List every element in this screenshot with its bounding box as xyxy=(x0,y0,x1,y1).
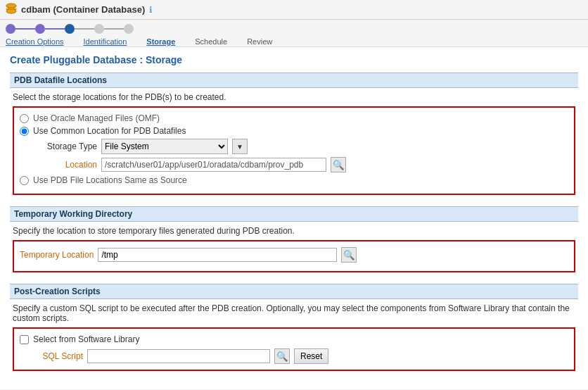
radio-same-source[interactable] xyxy=(20,176,29,185)
checkbox-row-software-library: Select from Software Library xyxy=(20,334,568,344)
wizard-steps xyxy=(6,24,582,34)
wizard-nav: Creation Options Identification Storage … xyxy=(0,20,588,47)
svg-point-1 xyxy=(6,9,16,13)
storage-type-label: Storage Type xyxy=(34,141,97,151)
section-temp-working: Temporary Working Directory Specify the … xyxy=(10,206,578,272)
checkbox-software-library[interactable] xyxy=(20,335,29,344)
wizard-labels: Creation Options Identification Storage … xyxy=(6,37,582,46)
section-header-post-creation: Post-Creation Scripts xyxy=(10,284,578,299)
magnifier-icon-sql: 🔍 xyxy=(276,351,288,362)
storage-type-select[interactable]: File System ASM xyxy=(101,139,228,154)
radio-label-same-source: Use PDB File Locations Same as Source xyxy=(33,175,187,185)
section-header-pdb-datafile: PDB Datafile Locations xyxy=(10,73,578,88)
storage-type-row: Storage Type File System ASM ▼ xyxy=(20,139,568,154)
step-wrapper-3 xyxy=(65,24,75,34)
location-input[interactable] xyxy=(101,158,326,172)
step-circle-identification xyxy=(35,24,45,34)
label-spacer-2 xyxy=(127,37,146,46)
temp-location-row: Temporary Location 🔍 xyxy=(20,247,568,263)
step-circle-storage xyxy=(65,24,75,34)
step-circle-schedule xyxy=(94,24,104,34)
step-circle-review xyxy=(124,24,134,34)
radio-row-same-source: Use PDB File Locations Same as Source xyxy=(20,175,568,185)
step-wrapper-5 xyxy=(124,24,134,34)
section-desc-temp-working: Specify the location to store temporary … xyxy=(10,226,578,236)
checkbox-label-software-library: Select from Software Library xyxy=(33,334,139,344)
section-header-temp-working: Temporary Working Directory xyxy=(10,206,578,222)
section-pdb-datafile: PDB Datafile Locations Select the storag… xyxy=(10,73,578,195)
radio-label-omf: Use Oracle Managed Files (OMF) xyxy=(33,113,160,123)
radio-omf[interactable] xyxy=(20,114,29,123)
db-icon xyxy=(6,3,17,16)
location-label: Location xyxy=(34,160,97,170)
temp-working-box: Temporary Location 🔍 xyxy=(13,240,575,272)
step-line-3 xyxy=(75,28,94,30)
page-content: Create Pluggable Database : Storage PDB … xyxy=(0,47,588,389)
reset-button[interactable]: Reset xyxy=(294,348,328,364)
label-spacer-1 xyxy=(64,37,84,46)
app-header: cdbam (Container Database) ℹ xyxy=(0,0,588,20)
pdb-datafile-options-box: Use Oracle Managed Files (OMF) Use Commo… xyxy=(13,106,575,195)
location-search-btn[interactable]: 🔍 xyxy=(331,157,346,172)
post-creation-box: Select from Software Library SQL Script … xyxy=(13,327,575,371)
header-title: cdbam (Container Database) xyxy=(21,4,145,15)
step-line-4 xyxy=(104,28,124,30)
sql-script-row: SQL Script 🔍 Reset xyxy=(20,348,568,364)
step-wrapper-1 xyxy=(6,24,15,34)
location-row: Location 🔍 xyxy=(20,157,568,172)
step-line-1 xyxy=(15,28,35,30)
section-desc-pdb-datafile: Select the storage locations for the PDB… xyxy=(10,92,578,102)
sql-script-search-btn[interactable]: 🔍 xyxy=(274,348,290,364)
step-label-schedule: Schedule xyxy=(195,37,227,46)
step-circle-creation-options xyxy=(6,24,15,34)
storage-type-dropdown-btn[interactable]: ▼ xyxy=(232,139,248,154)
section-desc-post-creation: Specify a custom SQL script to be execut… xyxy=(10,303,578,323)
temp-location-label: Temporary Location xyxy=(20,250,94,260)
step-label-storage: Storage xyxy=(146,37,175,46)
step-label-review: Review xyxy=(247,37,272,46)
sql-script-label: SQL Script xyxy=(20,351,83,361)
radio-label-common: Use Common Location for PDB Datafiles xyxy=(33,126,186,136)
label-spacer-3 xyxy=(175,37,195,46)
step-wrapper-2 xyxy=(35,24,45,34)
label-spacer-4 xyxy=(227,37,247,46)
sql-script-input[interactable] xyxy=(87,349,270,363)
section-post-creation: Post-Creation Scripts Specify a custom S… xyxy=(10,284,578,371)
page-title: Create Pluggable Database : Storage xyxy=(10,54,578,65)
step-label-identification[interactable]: Identification xyxy=(84,37,127,46)
svg-point-0 xyxy=(6,4,16,8)
magnifier-icon: 🔍 xyxy=(333,160,345,170)
radio-row-omf: Use Oracle Managed Files (OMF) xyxy=(20,113,568,123)
radio-row-common: Use Common Location for PDB Datafiles xyxy=(20,126,568,136)
info-icon[interactable]: ℹ xyxy=(149,5,153,15)
step-wrapper-4 xyxy=(94,24,104,34)
radio-common[interactable] xyxy=(20,127,29,136)
step-label-creation-options[interactable]: Creation Options xyxy=(6,37,64,46)
temp-location-search-btn[interactable]: 🔍 xyxy=(341,247,357,263)
step-line-2 xyxy=(45,28,65,30)
magnifier-icon-temp: 🔍 xyxy=(343,250,355,260)
temp-location-input[interactable] xyxy=(98,248,337,262)
